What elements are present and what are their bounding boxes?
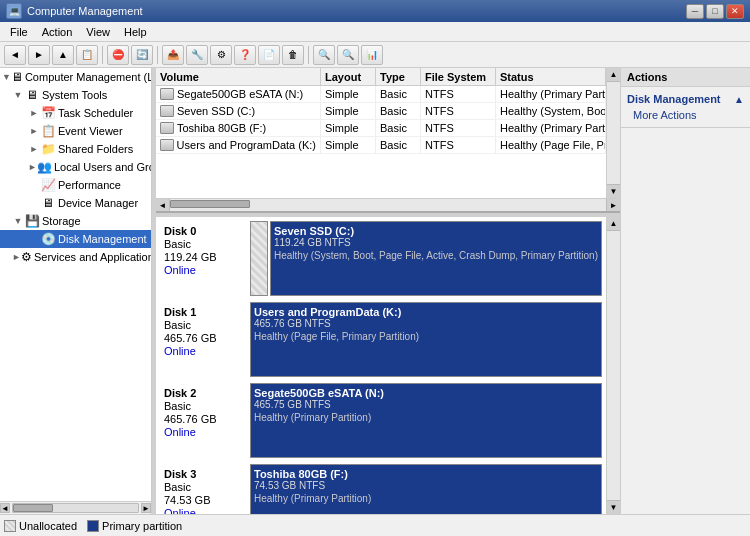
tree-toggle-users[interactable]: ► — [28, 161, 37, 173]
disk-view: Disk 0 Basic 119.24 GB Online Seven SSD … — [156, 217, 606, 514]
scroll-track[interactable] — [607, 82, 620, 184]
tree-task-scheduler[interactable]: ► 📅 Task Scheduler — [0, 104, 151, 122]
disk-1-info: Disk 1 Basic 465.76 GB Online — [160, 302, 250, 377]
col-layout[interactable]: Layout — [321, 68, 376, 85]
toolbar-action1[interactable]: 🔧 — [186, 45, 208, 65]
tree-toggle-storage[interactable]: ▼ — [12, 215, 24, 227]
list-cell-status: Healthy (Primary Partition) — [496, 86, 606, 102]
disk-0-primary[interactable]: Seven SSD (C:) 119.24 GB NTFS Healthy (S… — [270, 221, 602, 296]
tree-device-manager[interactable]: 🖥 Device Manager — [0, 194, 151, 212]
menu-bar: File Action View Help — [0, 22, 750, 42]
col-status[interactable]: Status — [496, 68, 606, 85]
toolbar-back[interactable]: ◄ — [4, 45, 26, 65]
toolbar-zoom-out[interactable]: 🔍 — [337, 45, 359, 65]
tree-shared-folders[interactable]: ► 📁 Shared Folders — [0, 140, 151, 158]
tree-storage-label: Storage — [42, 215, 81, 227]
tree-toggle-shared[interactable]: ► — [28, 143, 40, 155]
tree-root[interactable]: ▼ 🖥 Computer Management (Local — [0, 68, 151, 86]
toolbar-stop[interactable]: ⛔ — [107, 45, 129, 65]
tree-toggle-disk[interactable] — [28, 233, 40, 245]
list-row[interactable]: Seven SSD (C:) Simple Basic NTFS Healthy… — [156, 103, 606, 120]
disk-scroll-track[interactable] — [607, 231, 620, 500]
window-controls: ─ □ ✕ — [686, 4, 744, 19]
toolbar-refresh[interactable]: 🔄 — [131, 45, 153, 65]
list-row[interactable]: Toshiba 80GB (F:) Simple Basic NTFS Heal… — [156, 120, 606, 137]
disk-scroll-up[interactable]: ▲ — [607, 217, 620, 231]
tree-storage[interactable]: ▼ 💾 Storage — [0, 212, 151, 230]
actions-section-disk: Disk Management ▲ More Actions — [621, 87, 750, 128]
disk-1-size: 465.76 GB — [164, 332, 246, 344]
disk-2-primary[interactable]: Segate500GB eSATA (N:) 465.75 GB NTFS He… — [250, 383, 602, 458]
toolbar-zoom-in[interactable]: 🔍 — [313, 45, 335, 65]
toolbar-help[interactable]: ❓ — [234, 45, 256, 65]
toolbar-delete[interactable]: 🗑 — [282, 45, 304, 65]
list-header: Volume Layout Type File System Status — [156, 68, 606, 86]
hscroll-thumb[interactable] — [13, 504, 53, 512]
menu-file[interactable]: File — [4, 24, 34, 40]
tree-toggle-task[interactable]: ► — [28, 107, 40, 119]
maximize-button[interactable]: □ — [706, 4, 724, 19]
menu-help[interactable]: Help — [118, 24, 153, 40]
disk-scrollbar[interactable]: ▲ ▼ — [606, 217, 620, 514]
list-scrollbar[interactable]: ▲ ▼ — [606, 68, 620, 198]
toolbar-up[interactable]: ▲ — [52, 45, 74, 65]
legend-unallocated: Unallocated — [4, 520, 77, 532]
disk-3-info: Disk 3 Basic 74.53 GB Online — [160, 464, 250, 514]
tree-toggle-services[interactable]: ► — [12, 251, 21, 263]
actions-panel: Actions Disk Management ▲ More Actions — [620, 68, 750, 514]
tree-services-label: Services and Applications — [34, 251, 151, 263]
toolbar-show-hide[interactable]: 📋 — [76, 45, 98, 65]
disk-scroll-down[interactable]: ▼ — [607, 500, 620, 514]
col-volume[interactable]: Volume — [156, 68, 321, 85]
tree-performance[interactable]: 📈 Performance — [0, 176, 151, 194]
close-button[interactable]: ✕ — [726, 4, 744, 19]
col-filesystem[interactable]: File System — [421, 68, 496, 85]
list-row[interactable]: Segate500GB eSATA (N:) Simple Basic NTFS… — [156, 86, 606, 103]
tree-toggle-perf[interactable] — [28, 179, 40, 191]
disk-1-primary[interactable]: Users and ProgramData (K:) 465.76 GB NTF… — [250, 302, 602, 377]
menu-action[interactable]: Action — [36, 24, 79, 40]
disk-icon — [160, 139, 174, 151]
tree-disk-management[interactable]: 💿 Disk Management — [0, 230, 151, 248]
hscroll-track[interactable] — [12, 503, 139, 513]
minimize-button[interactable]: ─ — [686, 4, 704, 19]
toolbar-action2[interactable]: ⚙ — [210, 45, 232, 65]
menu-view[interactable]: View — [80, 24, 116, 40]
toolbar-forward[interactable]: ► — [28, 45, 50, 65]
tree-shared-label: Shared Folders — [58, 143, 133, 155]
tree-toggle-event[interactable]: ► — [28, 125, 40, 137]
actions-header: Actions — [621, 68, 750, 87]
more-actions-link[interactable]: More Actions — [627, 107, 744, 123]
list-hscroll[interactable]: ◄ ► — [156, 198, 620, 211]
disk-row-0: Disk 0 Basic 119.24 GB Online Seven SSD … — [160, 221, 602, 296]
tree-local-users[interactable]: ► 👥 Local Users and Groups — [0, 158, 151, 176]
tree-hscroll[interactable]: ◄ ► — [0, 501, 151, 514]
toolbar-properties[interactable]: 📄 — [258, 45, 280, 65]
list-row[interactable]: Users and ProgramData (K:) Simple Basic … — [156, 137, 606, 154]
storage-icon: 💾 — [24, 213, 40, 229]
tree-toggle-root[interactable]: ▼ — [2, 71, 11, 83]
actions-section-title-disk[interactable]: Disk Management ▲ — [627, 91, 744, 107]
scroll-down-arrow[interactable]: ▼ — [607, 184, 620, 198]
tree-disk-label: Disk Management — [58, 233, 147, 245]
disk-0-unallocated[interactable] — [250, 221, 268, 296]
tree-toggle-system[interactable]: ▼ — [12, 89, 24, 101]
toolbar-export[interactable]: 📤 — [162, 45, 184, 65]
disk-3-type: Basic — [164, 481, 246, 493]
disk-0-info: Disk 0 Basic 119.24 GB Online — [160, 221, 250, 296]
tree-event-label: Event Viewer — [58, 125, 123, 137]
disk-3-primary[interactable]: Toshiba 80GB (F:) 74.53 GB NTFS Healthy … — [250, 464, 602, 514]
scroll-up-arrow[interactable]: ▲ — [607, 68, 620, 82]
tree-services[interactable]: ► ⚙ Services and Applications — [0, 248, 151, 266]
task-icon: 📅 — [40, 105, 56, 121]
disk-3-size: 74.53 GB — [164, 494, 246, 506]
col-type[interactable]: Type — [376, 68, 421, 85]
toolbar-view[interactable]: 📊 — [361, 45, 383, 65]
right-panel: Volume Layout Type File System Status — [156, 68, 620, 514]
tree-toggle-device[interactable] — [28, 197, 40, 209]
tree-system-tools[interactable]: ▼ 🖥 System Tools — [0, 86, 151, 104]
legend-primary: Primary partition — [87, 520, 182, 532]
disk-2-status: Online — [164, 426, 246, 438]
perf-icon: 📈 — [40, 177, 56, 193]
tree-event-viewer[interactable]: ► 📋 Event Viewer — [0, 122, 151, 140]
